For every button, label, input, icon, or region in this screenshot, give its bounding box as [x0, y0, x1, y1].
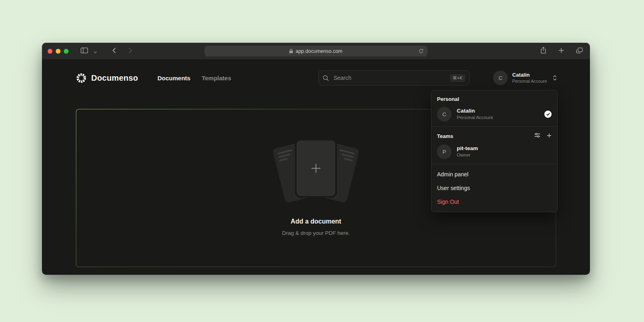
- add-document-plus-icon: [310, 162, 322, 174]
- reload-icon: [418, 48, 424, 55]
- brand-name: Documenso: [91, 73, 138, 83]
- share-button[interactable]: [539, 45, 548, 57]
- url-field[interactable]: app.documenso.com: [205, 46, 427, 56]
- tabs-overview-icon: [576, 48, 583, 55]
- personal-section: Personal C Catalin Personal Account: [431, 90, 557, 126]
- selected-check-icon: [544, 111, 552, 118]
- nav-documents[interactable]: Documents: [157, 75, 190, 82]
- reload-button[interactable]: [418, 48, 424, 55]
- account-avatar: C: [493, 71, 508, 85]
- main-nav: Documents Templates: [157, 75, 231, 82]
- personal-section-label: Personal: [437, 96, 552, 102]
- new-tab-button[interactable]: [557, 46, 566, 56]
- teams-section-label: Teams: [437, 133, 453, 139]
- personal-account-item[interactable]: C Catalin Personal Account: [436, 107, 552, 121]
- search-icon: [323, 75, 329, 81]
- team-name: pit-team: [457, 145, 478, 152]
- brand[interactable]: Documenso: [76, 73, 138, 84]
- menu-item-user-settings[interactable]: User settings: [431, 181, 557, 195]
- share-icon: [540, 47, 546, 55]
- sidebar-toggle-button[interactable]: [79, 46, 90, 56]
- chevron-updown-icon: [553, 75, 557, 81]
- search-shortcut-badge: ⌘+K: [450, 74, 466, 82]
- personal-avatar: C: [437, 107, 452, 121]
- url-text: app.documenso.com: [295, 48, 342, 54]
- browser-titlebar: app.documenso.com: [42, 43, 590, 60]
- team-avatar: P: [437, 144, 452, 159]
- manage-teams-button[interactable]: [534, 132, 540, 140]
- lock-icon: [289, 49, 293, 53]
- team-role: Owner: [457, 152, 478, 159]
- document-cards-illustration: [270, 140, 362, 202]
- dropzone-title: Add a document: [291, 218, 341, 225]
- sidebar-menu-chevron-button[interactable]: [92, 46, 98, 56]
- team-item[interactable]: P pit-team Owner: [436, 144, 552, 159]
- chevron-down-icon: [94, 48, 97, 55]
- account-menu-button[interactable]: C Catalin Personal Account: [493, 71, 557, 85]
- tabs-overview-button[interactable]: [575, 46, 584, 56]
- dropzone-subtitle: Drag & drop your PDF here.: [282, 230, 350, 236]
- personal-name: Catalin: [457, 107, 493, 115]
- minimize-window-button[interactable]: [56, 49, 61, 54]
- app-header: Documenso Documents Templates ⌘+K C Cata…: [76, 66, 557, 90]
- card-front: [297, 140, 335, 196]
- traffic-lights: [48, 49, 69, 54]
- close-window-button[interactable]: [48, 49, 52, 54]
- add-team-button[interactable]: [547, 132, 552, 140]
- menu-items-section: Admin panel User settings Sign Out: [431, 164, 557, 212]
- account-name: Catalin: [512, 72, 547, 78]
- search-box[interactable]: ⌘+K: [318, 70, 470, 86]
- add-team-plus-icon: [547, 132, 552, 140]
- account-dropdown-menu: Personal C Catalin Personal Account Team…: [431, 90, 558, 212]
- chevron-right-icon: [129, 48, 132, 55]
- back-button[interactable]: [111, 46, 117, 56]
- menu-item-sign-out[interactable]: Sign Out: [431, 195, 557, 209]
- browser-window: app.documenso.com: [42, 43, 590, 275]
- plus-icon: [558, 48, 564, 55]
- sidebar-icon: [81, 48, 88, 55]
- chevron-left-icon: [112, 48, 116, 55]
- manage-teams-sliders-icon: [534, 132, 540, 140]
- zoom-window-button[interactable]: [64, 49, 69, 54]
- account-subtitle: Personal Account: [512, 78, 547, 84]
- forward-button[interactable]: [127, 46, 134, 56]
- search-input[interactable]: [332, 74, 446, 82]
- personal-subtitle: Personal Account: [457, 115, 493, 121]
- teams-section: Teams P pit-tea: [431, 126, 557, 164]
- documenso-logo-icon: [76, 73, 87, 84]
- menu-item-admin-panel[interactable]: Admin panel: [431, 167, 557, 181]
- nav-templates[interactable]: Templates: [202, 75, 231, 82]
